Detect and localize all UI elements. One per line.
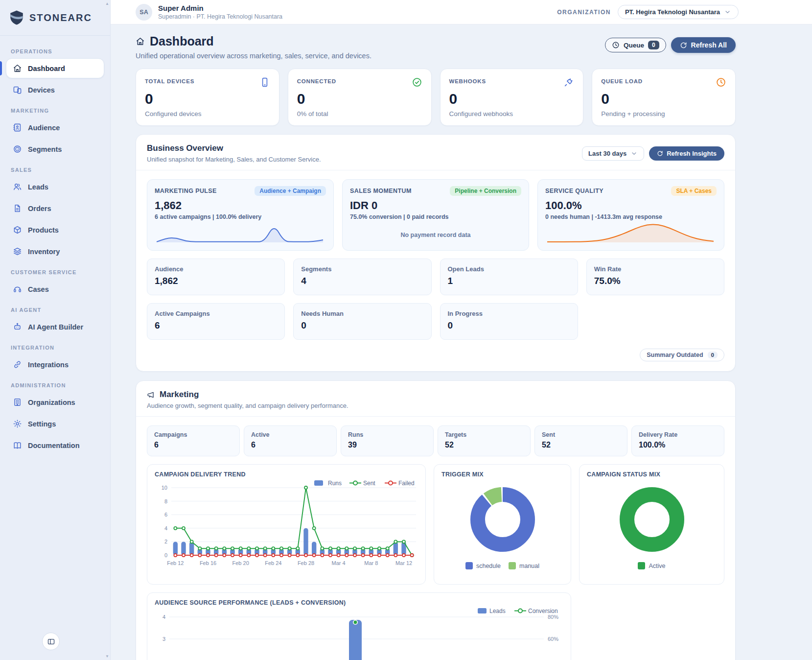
- chip-value: 6: [251, 441, 329, 449]
- insight-value: 1,862: [155, 199, 326, 212]
- stat-card-label: WEBHOOKS: [449, 77, 486, 84]
- mini-card-label: Active Campaigns: [155, 310, 277, 317]
- queue-button[interactable]: Queue 0: [605, 38, 666, 52]
- mini-card-label: Audience: [155, 265, 277, 273]
- sidebar-item-inventory[interactable]: Inventory: [6, 241, 104, 261]
- insight-badge: Pipeline + Conversion: [450, 186, 521, 196]
- marketing-subtitle: Audience growth, segment quality, and ca…: [147, 402, 348, 409]
- sidebar-item-organizations[interactable]: Organizations: [6, 392, 104, 412]
- sidebar-item-settings[interactable]: Settings: [6, 414, 104, 434]
- insight-label: SALES MOMENTUM: [350, 188, 412, 194]
- stat-card-value: 0: [145, 91, 270, 107]
- topbar-right: ORGANIZATION PT. Hegira Teknologi Nusant…: [557, 5, 739, 19]
- mini-card-value: 1: [448, 276, 570, 286]
- summary-outdated-label: Summary Outdated: [647, 352, 703, 358]
- content: Dashboard Unified operational overview a…: [111, 24, 812, 660]
- chip-value: 6: [154, 441, 232, 449]
- sidebar-collapse-button[interactable]: [42, 633, 60, 650]
- insight-sub: 6 active campaigns | 100.0% delivery: [155, 213, 326, 220]
- insight-card-marketing-pulse: MARKETING PULSEAudience + Campaign1,8626…: [147, 179, 334, 251]
- organization-value: PT. Hegira Teknologi Nusantara: [625, 8, 720, 16]
- mini-card-label: Open Leads: [448, 265, 570, 273]
- sidebar-item-label: Audience: [28, 124, 60, 132]
- trigger-mix-card: TRIGGER MIX schedulemanual: [434, 464, 571, 585]
- stat-card-value: 0: [449, 91, 575, 107]
- donut-legend: Active: [638, 562, 665, 569]
- sidebar-item-label: Dashboard: [28, 65, 65, 72]
- sidebar-item-segments[interactable]: Segments: [6, 139, 104, 159]
- svg-text:Mar 12: Mar 12: [395, 560, 412, 566]
- sidebar-item-documentation[interactable]: Documentation: [6, 435, 104, 455]
- mini-card-value: 4: [301, 276, 423, 286]
- sidebar-item-cases[interactable]: Cases: [6, 279, 104, 299]
- refresh-all-button[interactable]: Refresh All: [671, 37, 736, 53]
- orders-icon: [13, 204, 22, 213]
- brand-name: STONEARC: [29, 12, 92, 24]
- sidebar-item-audience[interactable]: Audience: [6, 118, 104, 138]
- insight-cards-row: MARKETING PULSEAudience + Campaign1,8626…: [147, 179, 724, 251]
- organization-label: ORGANIZATION: [557, 9, 611, 16]
- sidebar-item-label: Products: [28, 226, 59, 234]
- chip-value: 52: [445, 441, 523, 449]
- page-title: Dashboard: [150, 34, 214, 48]
- brand-logo: STONEARC: [0, 0, 110, 35]
- nav-section-label: ADMINISTRATION: [11, 382, 99, 388]
- home-icon: [13, 64, 22, 73]
- chip-value: 52: [542, 441, 620, 449]
- stat-cards-row: TOTAL DEVICES0Configured devicesCONNECTE…: [136, 69, 736, 126]
- business-overview-panel: Business Overview Unified snapshot for M…: [136, 134, 736, 372]
- svg-text:Conversion: Conversion: [528, 608, 558, 614]
- sparkline-chart: [545, 221, 716, 243]
- svg-text:8: 8: [164, 498, 167, 504]
- chip-value: 100.0%: [639, 441, 717, 449]
- stat-card-value: 0: [297, 91, 422, 107]
- refresh-insights-label: Refresh Insights: [667, 150, 717, 157]
- ai-icon: [13, 322, 22, 331]
- refresh-insights-button[interactable]: Refresh Insights: [649, 146, 724, 161]
- stat-card-label: QUEUE LOAD: [601, 77, 643, 84]
- sidebar-item-orders[interactable]: Orders: [6, 198, 104, 218]
- summary-outdated-badge[interactable]: Summary Outdated 0: [640, 349, 724, 361]
- organization-select[interactable]: PT. Hegira Teknologi Nusantara: [618, 5, 739, 19]
- devices-icon: [13, 85, 22, 94]
- topbar: SA Super Admin Superadmin · PT. Hegira T…: [111, 0, 812, 24]
- sidebar-item-leads[interactable]: Leads: [6, 177, 104, 197]
- sidebar-item-ai-agent-builder[interactable]: AI Agent Builder: [6, 317, 104, 337]
- refresh-all-label: Refresh All: [691, 41, 727, 49]
- insight-sparkline: [545, 221, 717, 245]
- date-range-value: Last 30 days: [588, 150, 626, 157]
- business-overview-title: Business Overview: [147, 143, 321, 153]
- insight-card-sales-momentum: SALES MOMENTUMPipeline + ConversionIDR 0…: [342, 179, 529, 251]
- sidebar-scroll-down-icon[interactable]: ▼: [105, 654, 109, 659]
- sidebar-item-dashboard[interactable]: Dashboard: [6, 58, 104, 78]
- sidebar-item-label: Devices: [28, 86, 55, 94]
- chip-delivery-rate: Delivery Rate100.0%: [631, 425, 724, 456]
- refresh-icon: [657, 150, 663, 157]
- legend-item-manual: manual: [509, 562, 539, 569]
- date-range-select[interactable]: Last 30 days: [582, 146, 644, 161]
- marketing-panel: Marketing Audience growth, segment quali…: [136, 380, 736, 660]
- mini-card-value: 75.0%: [594, 276, 717, 286]
- sidebar-item-devices[interactable]: Devices: [6, 80, 104, 100]
- organizations-icon: [13, 398, 22, 407]
- chevron-down-icon: [630, 150, 638, 157]
- sidebar-item-products[interactable]: Products: [6, 220, 104, 240]
- audience-source-performance-title: AUDIENCE SOURCE PERFORMANCE (LEADS + CON…: [155, 599, 563, 606]
- svg-text:Sent: Sent: [363, 480, 375, 487]
- nav-section-label: SALES: [11, 167, 99, 173]
- svg-text:10: 10: [162, 485, 167, 491]
- page-head: Dashboard Unified operational overview a…: [136, 34, 736, 60]
- mini-card-active-campaigns: Active Campaigns6: [147, 303, 285, 340]
- sidebar-scroll-up-icon[interactable]: ▲: [105, 1, 109, 6]
- campaign-status-mix-card: CAMPAIGN STATUS MIX Active: [579, 464, 724, 585]
- leads-icon: [13, 182, 22, 191]
- chip-runs: Runs39: [341, 425, 434, 456]
- svg-text:Mar 4: Mar 4: [332, 560, 346, 566]
- chip-sent: Sent52: [534, 425, 627, 456]
- legend-item-schedule: schedule: [465, 562, 501, 569]
- svg-text:Mar 8: Mar 8: [364, 560, 378, 566]
- sidebar-item-label: Settings: [28, 420, 56, 428]
- active-swatch-icon: [638, 562, 645, 569]
- cases-icon: [13, 284, 22, 294]
- sidebar-item-integrations[interactable]: Integrations: [6, 354, 104, 375]
